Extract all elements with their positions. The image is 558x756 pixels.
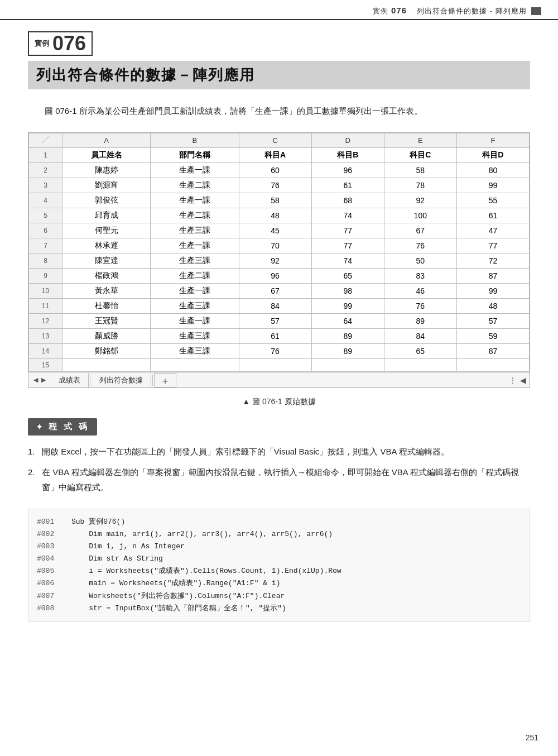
cell-3-4: 78 <box>384 178 456 193</box>
cell-11-2: 84 <box>239 299 311 314</box>
table-row: 9楊政鴻生產二課96658387 <box>29 269 530 284</box>
table-row: 4郭俊弦生產一課58689255 <box>29 193 530 208</box>
code-line-content: main = Worksheets("成績表").Range("A1:F" & … <box>71 577 280 590</box>
cell-7-5: 77 <box>456 238 529 253</box>
row-num-14: 14 <box>29 344 62 359</box>
scroll-left-icon[interactable]: ◀ <box>520 376 526 385</box>
cell-9-1: 生產二課 <box>151 269 239 284</box>
nav-left-arrow[interactable]: ◀ <box>32 376 40 384</box>
cell-2-0: 陳惠婷 <box>62 163 151 178</box>
cell-13-5: 59 <box>456 329 529 344</box>
header-cell-e: 科目C <box>384 148 456 163</box>
intro-text: 圖 076-1 所示為某公司生產部門員工新訓成績表，請將「生產一課」的員工數據單… <box>28 103 530 118</box>
cell-7-4: 76 <box>384 238 456 253</box>
table-row: 1 員工姓名 部門名稱 科目A 科目B 科目C 科目D <box>29 148 530 163</box>
code-line-number: #005 <box>37 565 65 577</box>
code-line-content: Dim main, arr1(), arr2(), arr3(), arr4()… <box>71 528 333 540</box>
sheet-tab-filtered[interactable]: 列出符合數據 <box>92 373 151 387</box>
code-section-header: ✦ 程 式 碼 <box>28 418 97 436</box>
code-line-content: i = Worksheets("成績表").Cells(Rows.Count, … <box>71 565 341 577</box>
cell-10-1: 生產一課 <box>151 284 239 299</box>
code-section: ✦ 程 式 碼 開啟 Excel，按一下在功能區上的「開發人員」索引標籤下的「V… <box>28 418 530 622</box>
cell-8-1: 生產三課 <box>151 253 239 269</box>
code-line-number: #002 <box>37 528 65 540</box>
header-text: 實例 076 列出符合條件的數據 - 陣列應用 <box>373 6 527 16</box>
cell-6-0: 何聖元 <box>62 223 151 238</box>
code-icon: ✦ <box>36 422 43 432</box>
code-line: #008 str = InputBox("請輸入「部門名稱」全名！", "提示"… <box>37 602 521 615</box>
header-label: 實例 <box>373 7 388 15</box>
tab-separator <box>90 375 90 386</box>
code-line-number: #004 <box>37 553 65 565</box>
code-line-content: Dim str As String <box>71 553 163 565</box>
table-row: 8陳宜達生產三課92745072 <box>29 253 530 269</box>
cell-12-0: 王冠賢 <box>62 314 151 329</box>
code-line: #005 i = Worksheets("成績表").Cells(Rows.Co… <box>37 565 521 577</box>
cell-8-0: 陳宜達 <box>62 253 151 269</box>
code-line-content: Dim i, j, n As Integer <box>71 540 185 553</box>
cell-8-3: 74 <box>311 253 384 269</box>
cell-5-4: 100 <box>384 208 456 223</box>
empty-cell-15-1 <box>151 359 239 372</box>
cell-4-1: 生產一課 <box>151 193 239 208</box>
add-sheet-button[interactable]: ＋ <box>154 373 176 387</box>
cell-4-5: 55 <box>456 193 529 208</box>
cell-3-2: 76 <box>239 178 311 193</box>
cell-10-2: 67 <box>239 284 311 299</box>
cell-13-2: 61 <box>239 329 311 344</box>
dots-icon: ⋮ <box>509 376 517 385</box>
cell-14-4: 65 <box>384 344 456 359</box>
cell-7-1: 生產一課 <box>151 238 239 253</box>
cell-11-0: 杜馨怡 <box>62 299 151 314</box>
cell-4-3: 68 <box>311 193 384 208</box>
table-row: 7林承運生產一課70777677 <box>29 238 530 253</box>
cell-13-0: 顏威勝 <box>62 329 151 344</box>
cell-10-4: 46 <box>384 284 456 299</box>
code-section-title: 程 式 碼 <box>49 422 89 432</box>
header-cell-a: 員工姓名 <box>62 148 151 163</box>
instruction-2: 在 VBA 程式編輯器左側的「專案視窗」範圍內按滑鼠右鍵，執行插入→模組命令，即… <box>28 465 530 500</box>
cell-11-3: 99 <box>311 299 384 314</box>
col-e: E <box>384 133 456 148</box>
row-num-2: 2 <box>29 163 62 178</box>
cell-12-4: 89 <box>384 314 456 329</box>
cell-2-4: 58 <box>384 163 456 178</box>
empty-cell-15-3 <box>311 359 384 372</box>
cell-3-1: 生產二課 <box>151 178 239 193</box>
row-num-4: 4 <box>29 193 62 208</box>
cell-9-0: 楊政鴻 <box>62 269 151 284</box>
table-row: 11杜馨怡生產三課84997648 <box>29 299 530 314</box>
table-row: 5邱育成生產二課487410061 <box>29 208 530 223</box>
main-content: 實例 076 列出符合條件的數據－陣列應用 圖 076-1 所示為某公司生產部門… <box>0 20 558 639</box>
badge-label: 實例 <box>35 39 49 49</box>
title-section: 實例 076 列出符合條件的數據－陣列應用 <box>28 31 530 89</box>
col-b: B <box>151 133 239 148</box>
cell-2-3: 96 <box>311 163 384 178</box>
row-num-10: 10 <box>29 284 62 299</box>
nav-right-arrow[interactable]: ▶ <box>40 376 47 384</box>
corner-cell <box>29 133 62 148</box>
code-line-number: #003 <box>37 540 65 553</box>
cell-13-3: 89 <box>311 329 384 344</box>
code-line: #004 Dim str As String <box>37 553 521 565</box>
cell-6-2: 45 <box>239 223 311 238</box>
sheet-tab-grades[interactable]: 成績表 <box>51 373 89 387</box>
table-row: 13顏威勝生產三課61898459 <box>29 329 530 344</box>
page-number: 251 <box>526 733 538 742</box>
cell-11-4: 76 <box>384 299 456 314</box>
cell-3-5: 99 <box>456 178 529 193</box>
figure-caption: ▲ 圖 076-1 原始數據 <box>28 397 530 407</box>
table-row: 10黃永華生產一課67984699 <box>29 284 530 299</box>
top-header: 實例 076 列出符合條件的數據 - 陣列應用 <box>0 0 558 20</box>
cell-13-1: 生產三課 <box>151 329 239 344</box>
col-c: C <box>239 133 311 148</box>
cell-2-5: 80 <box>456 163 529 178</box>
empty-cell-15-2 <box>239 359 311 372</box>
code-line: #006 main = Worksheets("成績表").Range("A1:… <box>37 577 521 590</box>
row-num-13: 13 <box>29 329 62 344</box>
cell-4-0: 郭俊弦 <box>62 193 151 208</box>
cell-6-5: 47 <box>456 223 529 238</box>
badge-number: 076 <box>52 34 86 54</box>
cell-5-1: 生產二課 <box>151 208 239 223</box>
cell-14-3: 89 <box>311 344 384 359</box>
